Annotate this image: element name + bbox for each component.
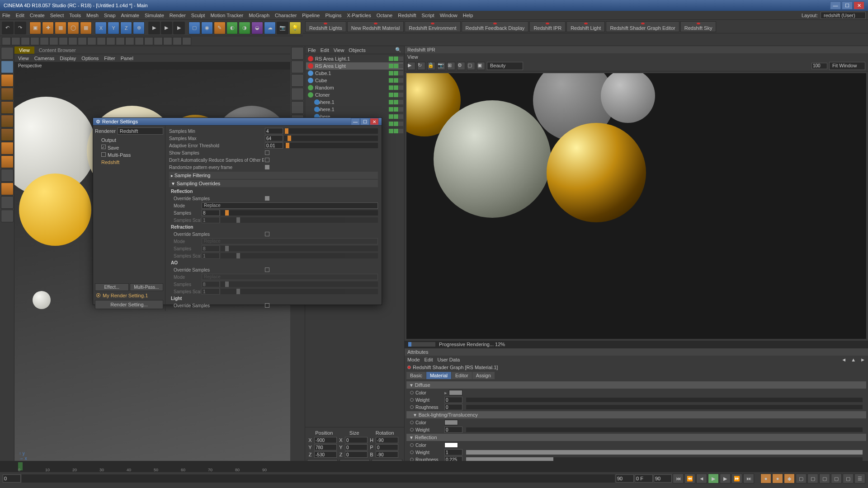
redo-icon[interactable]: ↷ [14, 22, 26, 34]
dopesheet-icon[interactable]: ☰ [854, 474, 865, 483]
tb2-icon[interactable] [2, 37, 11, 45]
refl-samples-input[interactable] [202, 210, 220, 216]
menu-window[interactable]: Window [440, 13, 458, 18]
visibility-editor-icon[interactable] [389, 71, 393, 75]
tl-end-input[interactable] [616, 474, 634, 483]
param-dot[interactable] [410, 421, 414, 424]
tb2-icon[interactable] [144, 37, 153, 45]
adaptive-input[interactable] [265, 142, 283, 149]
effect-button[interactable]: Effect... [95, 283, 129, 291]
tl-start-input[interactable] [3, 474, 21, 483]
diffuse-roughness-slider[interactable] [466, 405, 863, 409]
play-icon[interactable]: ▶ [708, 474, 719, 483]
param-key-icon[interactable]: ▢ [831, 474, 842, 483]
pen-icon[interactable]: ✎ [214, 22, 226, 34]
viewport-tab-view[interactable]: View [14, 47, 34, 54]
attr-tab-editor[interactable]: Editor [452, 372, 472, 379]
edge-mode-icon[interactable] [1, 115, 14, 127]
move-icon[interactable]: ✚ [42, 22, 54, 34]
scale-icon[interactable]: ▦ [55, 22, 66, 34]
object-tag-icon[interactable] [399, 85, 403, 90]
point-mode-icon[interactable] [1, 101, 14, 114]
attr-nav-up[interactable]: ▲ [851, 357, 856, 362]
ipr-fit-dropdown[interactable]: Fit Window [829, 62, 865, 70]
timeline[interactable]: 0102030405060708090 [0, 461, 868, 472]
rs-sky-button[interactable]: Redshift Sky [680, 21, 717, 32]
next-frame-icon[interactable]: ▶ [720, 474, 731, 483]
menu-edit[interactable]: Edit [16, 13, 24, 18]
object-row[interactable]: RS Area Light.1 [306, 55, 403, 62]
select-icon[interactable]: ▣ [29, 22, 41, 34]
lasttool-icon[interactable]: ▦ [80, 22, 92, 34]
object-tag-icon[interactable] [399, 56, 403, 61]
menu-xparticles[interactable]: X-Particles [347, 13, 371, 18]
visibility-editor-icon[interactable] [389, 107, 393, 112]
render-setting-button[interactable]: Render Setting... [95, 300, 163, 309]
tb2-icon[interactable] [49, 37, 58, 45]
attr-section-reflection[interactable]: ▼ Reflection [406, 434, 866, 441]
object-tag-icon[interactable] [399, 64, 403, 68]
minimize-button[interactable]: — [830, 1, 841, 9]
visibility-render-icon[interactable] [394, 56, 398, 61]
deformer-icon[interactable]: ◒ [251, 22, 263, 34]
object-row[interactable]: Random [306, 84, 403, 91]
menu-plugins[interactable]: Plugins [325, 13, 341, 18]
attr-section-diffuse[interactable]: ▼ Diffuse [406, 381, 866, 389]
tree-output[interactable]: Output [95, 136, 163, 144]
vp-menu-options[interactable]: Options [81, 56, 99, 61]
menu-simulate[interactable]: Simulate [145, 13, 164, 18]
vp-menu-filter[interactable]: Filter [104, 56, 115, 61]
tree-redshift[interactable]: Redshift [95, 159, 163, 166]
refl-override-checkbox[interactable] [265, 196, 269, 201]
refl-mode-dropdown[interactable]: Replace [202, 202, 378, 209]
tb2-icon[interactable] [97, 37, 106, 45]
rs-shadergraph-button[interactable]: Redshift Shader Graph Editor [606, 21, 679, 32]
vp-menu-cameras[interactable]: Cameras [34, 56, 55, 61]
attr-tab-material[interactable]: Material [426, 372, 451, 379]
multipass-button[interactable]: Multi-Pass... [130, 283, 164, 291]
coord-size-input[interactable] [345, 444, 368, 450]
axis-icon[interactable] [1, 142, 14, 155]
diffuse-weight-input[interactable] [444, 397, 462, 403]
texture-mode-icon[interactable] [1, 74, 14, 87]
tb2-icon[interactable] [59, 37, 68, 45]
menu-tools[interactable]: Tools [69, 13, 81, 18]
tb2-icon[interactable] [116, 37, 125, 45]
mid-icon[interactable] [291, 47, 304, 60]
menu-octane[interactable]: Octane [377, 13, 392, 18]
param-dot[interactable] [410, 443, 414, 447]
visibility-editor-icon[interactable] [389, 114, 393, 119]
tb2-icon[interactable] [173, 37, 182, 45]
ipr-render-view[interactable] [406, 73, 866, 339]
rotate-icon[interactable]: ◯ [67, 22, 79, 34]
save-checkbox[interactable] [101, 145, 106, 149]
attr-tab-basic[interactable]: Basic [406, 372, 426, 379]
lock-icon[interactable] [1, 196, 14, 209]
param-dot[interactable] [410, 428, 414, 432]
ipr-lock-icon[interactable]: 🔒 [427, 62, 435, 70]
back-weight-input[interactable] [444, 427, 462, 433]
dialog-close-button[interactable]: ✕ [370, 118, 379, 125]
visibility-render-icon[interactable] [394, 85, 398, 90]
ipr-zoom-input[interactable] [811, 63, 827, 69]
coord-rot-input[interactable] [376, 451, 398, 458]
attr-menu-mode[interactable]: Mode [407, 357, 420, 362]
polygon-mode-icon[interactable] [1, 128, 14, 141]
samples-max-input[interactable] [265, 135, 283, 141]
obj-menu-view[interactable]: View [334, 47, 344, 53]
dialog-titlebar[interactable]: ⚙ Render Settings — ☐ ✕ [93, 118, 382, 125]
workplane2-icon[interactable] [1, 183, 14, 195]
visibility-render-icon[interactable] [394, 93, 398, 97]
menu-mesh[interactable]: Mesh [86, 13, 99, 18]
attr-section-back[interactable]: ▼ Back-lighting/Translucency [406, 411, 866, 418]
make-editable-icon[interactable] [1, 47, 14, 60]
object-row[interactable]: Sphere.1 [306, 99, 403, 106]
layout-dropdown[interactable]: redshift (User) [821, 12, 866, 19]
param-dot[interactable] [410, 450, 414, 454]
key-icon[interactable]: ◆ [784, 474, 795, 483]
close-button[interactable]: ✕ [854, 1, 864, 9]
ipr-start-icon[interactable]: ▶ [407, 62, 415, 70]
autokey-icon[interactable]: ● [772, 474, 783, 483]
multipass-checkbox[interactable] [101, 152, 106, 157]
visibility-editor-icon[interactable] [389, 78, 393, 83]
